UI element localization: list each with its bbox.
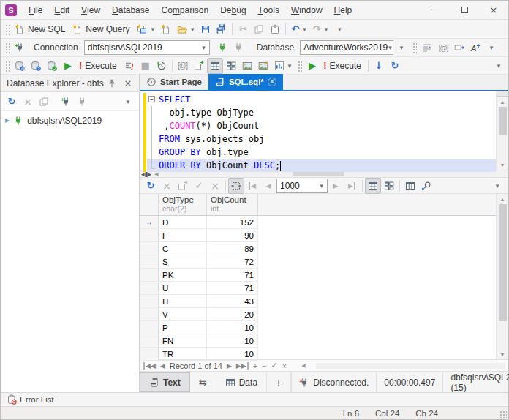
cell-objcount[interactable]: 89 (207, 242, 258, 255)
refresh-button[interactable]: ↻ (387, 58, 403, 74)
close-tab-icon[interactable]: × (268, 78, 276, 86)
toolbar-grip[interactable] (297, 60, 302, 72)
tab-text[interactable]: Text (140, 372, 190, 392)
commit-button[interactable]: ✓ (191, 178, 207, 194)
scrollbar-thumb[interactable] (293, 172, 344, 176)
run-current-button[interactable]: ▶ (304, 58, 320, 74)
cell-objcount[interactable]: 43 (207, 295, 258, 307)
grid-view-button[interactable] (365, 178, 381, 194)
undo-button[interactable]: ↶▾ (288, 21, 309, 37)
tab-sql-document[interactable]: SQL.sql* × (208, 74, 283, 90)
db-check-button[interactable]: ✓ (44, 58, 60, 74)
row-selector[interactable] (140, 308, 159, 320)
new-query-button[interactable]: New Query (69, 21, 134, 37)
cut-button[interactable]: ✂ (235, 21, 251, 37)
column-header-objcount[interactable]: ObjCount int (207, 194, 258, 215)
history-button[interactable] (154, 58, 170, 74)
fetch-all-button[interactable]: ↓ (371, 58, 387, 74)
execute-script-button[interactable]: ! (121, 58, 137, 74)
toolbar-overflow-button[interactable]: ▾ (331, 21, 347, 37)
cell-objcount[interactable]: 20 (207, 308, 258, 320)
scroll-down-icon[interactable]: ▼ (500, 160, 505, 170)
menu-debug[interactable]: Debug (214, 1, 252, 19)
next-record-button[interactable]: ▶ (227, 362, 232, 370)
menu-tools[interactable]: Tools (252, 1, 285, 19)
parameters-button[interactable]: [@] (175, 58, 191, 74)
rollback-button[interactable]: × (207, 178, 223, 194)
new-object-button[interactable] (158, 21, 174, 37)
end-edit-button[interactable]: ✓ (271, 361, 278, 370)
cell-objtype[interactable]: V (159, 308, 207, 320)
menu-file[interactable]: File (23, 1, 48, 19)
prev-record-button[interactable]: ◀ (160, 362, 165, 370)
chevron-down-icon[interactable]: ▾ (324, 26, 329, 33)
toolbar-overflow-button[interactable]: ▾ (491, 58, 507, 74)
row-selector[interactable] (140, 295, 159, 307)
code-line-4[interactable]: FROM sys.objects obj (140, 132, 496, 146)
row-selector[interactable] (140, 334, 159, 347)
results-grid[interactable]: ObjType char(2) ObjCount int →D152F90C89… (140, 194, 496, 359)
cell-objtype[interactable]: P (159, 321, 207, 334)
code-line-1[interactable]: −SELECT (140, 93, 496, 106)
cell-objtype[interactable]: C (159, 242, 207, 255)
cell-objtype[interactable]: D (159, 216, 207, 228)
append-record-button[interactable]: + (253, 361, 257, 370)
toolbar-grip[interactable] (4, 23, 10, 35)
cell-objtype[interactable]: FN (159, 334, 207, 347)
chevron-down-icon[interactable]: ▾ (287, 62, 293, 70)
paste-button[interactable] (267, 21, 283, 37)
scroll-up-icon[interactable]: ▲ (500, 194, 505, 204)
splitter-handle[interactable] (497, 91, 508, 97)
maximize-button[interactable] (450, 1, 479, 19)
menu-comparison[interactable]: Comparison (155, 1, 214, 19)
db-question-button[interactable]: ? (28, 58, 44, 74)
code-line-6[interactable]: ORDER BY ObjCount DESC; (140, 159, 496, 172)
table-row[interactable]: TR10 (140, 348, 258, 361)
explorer-refresh-button[interactable]: ↻ (4, 94, 20, 110)
cell-objtype[interactable]: S (159, 255, 207, 268)
results-grid-button[interactable] (207, 58, 223, 74)
menu-database[interactable]: Database (106, 1, 155, 19)
tab-data[interactable]: Data (216, 372, 267, 392)
cell-objcount[interactable]: 71 (207, 269, 258, 281)
paging-button[interactable] (228, 178, 244, 194)
menu-edit[interactable]: Edit (48, 1, 75, 19)
cell-objcount[interactable]: 152 (207, 216, 258, 228)
scroll-down-icon[interactable]: ▼ (500, 349, 505, 359)
add-view-button[interactable]: + (267, 372, 291, 392)
column-header-objtype[interactable]: ObjType char(2) (159, 194, 207, 215)
last-page-button[interactable]: ▶ (344, 178, 360, 194)
chevron-down-icon[interactable]: ▾ (302, 26, 307, 33)
error-list-bar[interactable]: Error List (1, 392, 508, 406)
scroll-left-icon[interactable]: ◀ (301, 363, 305, 369)
cell-objtype[interactable]: F (159, 229, 207, 241)
resize-grip[interactable] (499, 410, 507, 418)
stop-button[interactable]: ■ (137, 58, 154, 74)
page-size-select[interactable]: 1000▾ (276, 179, 328, 193)
last-record-button[interactable]: ▶▶ (236, 362, 249, 370)
current-row-arrow-icon[interactable]: → (140, 216, 159, 228)
row-selector[interactable] (140, 282, 159, 294)
table-row[interactable]: U71 (140, 282, 258, 295)
explorer-overflow-button[interactable]: ▾ (120, 94, 136, 110)
column-visibility-button[interactable] (402, 178, 418, 194)
results-export-button[interactable] (175, 178, 191, 194)
tree-item-server[interactable]: ▶ dbfsqlsrv\SQL2019 (1, 113, 139, 127)
chevron-down-icon[interactable]: ▾ (190, 26, 195, 33)
pin-button[interactable] (104, 75, 120, 91)
delete-record-button[interactable]: − (262, 361, 266, 370)
card-view-button[interactable] (381, 178, 397, 194)
table-row[interactable]: S72 (140, 255, 258, 269)
chart-button[interactable]: ▾ (271, 58, 295, 74)
row-selector[interactable] (140, 269, 159, 281)
fold-collapse-icon[interactable]: − (148, 96, 155, 102)
chevron-down-icon[interactable]: ▾ (150, 26, 155, 33)
cell-objtype[interactable]: PK (159, 269, 207, 281)
toolbar-grip[interactable] (412, 42, 417, 53)
menu-view[interactable]: View (75, 1, 106, 19)
image-button[interactable] (239, 58, 255, 74)
cell-objcount[interactable]: 10 (207, 321, 258, 334)
table-row[interactable]: FN10 (140, 334, 258, 348)
table-row[interactable]: P10 (140, 321, 258, 334)
cell-objcount[interactable]: 72 (207, 255, 258, 268)
